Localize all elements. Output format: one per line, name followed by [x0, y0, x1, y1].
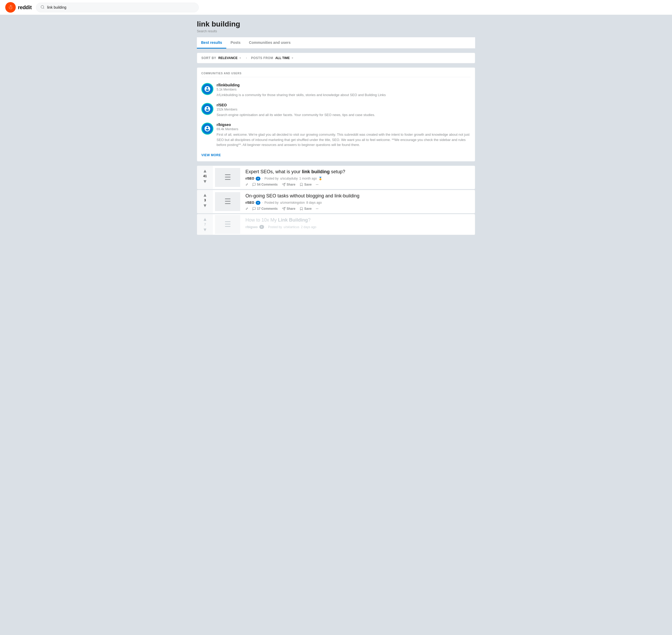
- post-votes-1: ▲ 41 ▼: [197, 166, 213, 189]
- page-subtitle: Search results: [197, 29, 475, 33]
- post-thumbnail-icon-1: ☰: [224, 173, 231, 182]
- community-info-seo: r/SEO 152k Members Search engine optimis…: [217, 103, 471, 117]
- svg-point-0: [41, 5, 44, 8]
- community-avatar-bigseo: [201, 123, 213, 135]
- comments-button-1[interactable]: 54 Comments: [252, 183, 278, 187]
- community-members-bigseo: 69.4k Members: [217, 127, 471, 131]
- community-desc-bigseo: First of all, welcome. We're glad you al…: [217, 132, 471, 148]
- post-meta-3: r/bigseo + · Posted by u/sklarticus 2 da…: [245, 225, 472, 229]
- post-author-1[interactable]: u/scubyduby: [280, 177, 298, 180]
- post-thumbnail-1: ☰: [215, 168, 240, 187]
- page-title: link building: [197, 20, 475, 28]
- comments-count-2: 17 Comments: [257, 207, 278, 211]
- search-input[interactable]: [47, 5, 194, 9]
- upvote-button-3[interactable]: ▲: [203, 217, 208, 222]
- community-name-linkbuilding[interactable]: r/linkbuilding: [217, 83, 471, 87]
- comments-button-2[interactable]: 17 Comments: [252, 207, 278, 211]
- logo[interactable]: ☃ reddit: [5, 2, 32, 13]
- post-thumbnail-icon-3: ☰: [224, 220, 231, 228]
- post-title-1[interactable]: Expert SEOs, what is your link building …: [245, 169, 472, 175]
- more-button-2[interactable]: ···: [316, 207, 319, 211]
- reddit-logo-circle: ☃: [5, 2, 16, 13]
- post-award-icon-1: 🏅: [319, 177, 322, 180]
- save-button-2[interactable]: Save: [300, 207, 311, 211]
- post-title-bold-3: Link Building: [278, 217, 308, 223]
- community-item-bigseo: r/bigseo 69.4k Members First of all, wel…: [201, 120, 471, 150]
- share-button-2[interactable]: Share: [282, 207, 295, 211]
- vote-count-1: 41: [203, 174, 207, 178]
- community-info-linkbuilding: r/linkbuilding 5.1k Members /r/Linkbuild…: [217, 83, 471, 97]
- post-title-before-1: Expert SEOs, what is your: [245, 169, 302, 174]
- save-button-1[interactable]: Save: [300, 183, 311, 187]
- downvote-button-1[interactable]: ▼: [203, 179, 208, 184]
- post-title-after-1: setup?: [330, 169, 345, 174]
- community-members-linkbuilding: 5.1k Members: [217, 88, 471, 91]
- posts-from-button[interactable]: ALL TIME: [275, 56, 294, 60]
- post-subreddit-1[interactable]: r/SEO: [245, 177, 254, 180]
- community-desc-seo: Search engine optimisation and all its w…: [217, 112, 471, 117]
- expand-button-1[interactable]: ⤢: [245, 183, 248, 187]
- sort-relevance-button[interactable]: RELEVANCE: [218, 56, 242, 60]
- svg-line-1: [43, 8, 44, 9]
- share-button-1[interactable]: Share: [282, 183, 295, 187]
- search-icon: [40, 5, 45, 10]
- join-badge-2[interactable]: +: [256, 201, 260, 205]
- post-card-3: ▲ 7 ▼ ☰ How to 10x My Link Building? r/b…: [197, 214, 475, 235]
- post-title-after-3: ?: [308, 217, 310, 223]
- page-content: link building Search results Best result…: [192, 15, 480, 240]
- post-meta-2: r/SEO + · Posted by u/cmorriskingston 8 …: [245, 201, 472, 205]
- post-title-3[interactable]: How to 10x My Link Building?: [245, 217, 472, 223]
- post-card-2: ▲ 3 ▼ ☰ On-going SEO tasks without blogg…: [197, 190, 475, 214]
- post-votes-3: ▲ 7 ▼: [197, 214, 213, 235]
- community-info-bigseo: r/bigseo 69.4k Members First of all, wel…: [217, 123, 471, 148]
- post-content-2: On-going SEO tasks without blogging and …: [242, 190, 475, 213]
- post-actions-1: ⤢ 54 Comments Share Save ···: [245, 183, 472, 187]
- logo-text: reddit: [18, 4, 32, 10]
- post-subreddit-2[interactable]: r/SEO: [245, 201, 254, 204]
- post-title-bold-1: link building: [302, 169, 330, 174]
- more-button-1[interactable]: ···: [316, 183, 319, 187]
- post-by-2: Posted by: [265, 201, 279, 204]
- tab-best-results[interactable]: Best results: [197, 37, 226, 48]
- community-desc-linkbuilding: /r/Linkbuilding is a community for those…: [217, 92, 471, 97]
- post-content-3: How to 10x My Link Building? r/bigseo + …: [242, 214, 475, 235]
- post-time-1: 1 month ago: [299, 177, 317, 180]
- post-by-3: Posted by: [268, 225, 282, 229]
- communities-section-title: COMMUNITIES AND USERS: [201, 72, 471, 77]
- post-title-2[interactable]: On-going SEO tasks without blogging and …: [245, 193, 472, 199]
- post-author-3[interactable]: u/sklarticus: [283, 225, 299, 229]
- post-by-1: Posted by: [265, 177, 279, 180]
- post-thumbnail-3: ☰: [215, 215, 240, 234]
- post-separator-3: ·: [266, 225, 266, 229]
- search-bar[interactable]: [36, 3, 199, 12]
- community-name-bigseo[interactable]: r/bigseo: [217, 123, 471, 127]
- community-avatar-seo: [201, 103, 213, 115]
- downvote-button-2[interactable]: ▼: [203, 203, 208, 208]
- sort-divider: ·: [246, 56, 247, 60]
- main-area: SORT BY RELEVANCE · POSTS FROM ALL TIME …: [197, 48, 475, 240]
- expand-button-2[interactable]: ⤢: [245, 207, 248, 211]
- post-separator-1: ·: [262, 177, 263, 180]
- upvote-button-2[interactable]: ▲: [203, 193, 208, 197]
- join-badge-1[interactable]: +: [256, 177, 260, 181]
- tab-posts[interactable]: Posts: [226, 37, 245, 48]
- join-badge-3[interactable]: +: [259, 225, 264, 229]
- sort-by-label: SORT BY: [201, 56, 216, 60]
- post-votes-2: ▲ 3 ▼: [197, 190, 213, 213]
- post-subreddit-3[interactable]: r/bigseo: [245, 225, 258, 229]
- community-name-seo[interactable]: r/SEO: [217, 103, 471, 107]
- post-thumbnail-icon-2: ☰: [224, 197, 231, 206]
- post-title-before-3: How to 10x My: [245, 217, 278, 223]
- tab-communities-users[interactable]: Communities and users: [245, 37, 295, 48]
- upvote-button-1[interactable]: ▲: [203, 169, 208, 173]
- view-more-link[interactable]: VIEW MORE: [201, 153, 221, 157]
- post-author-2[interactable]: u/cmorriskingston: [280, 201, 305, 204]
- post-card-1: ▲ 41 ▼ ☰ Expert SEOs, what is your link …: [197, 166, 475, 189]
- downvote-button-3[interactable]: ▼: [203, 227, 208, 232]
- post-separator-2: ·: [262, 201, 263, 204]
- community-avatar-linkbuilding: [201, 83, 213, 95]
- communities-card: COMMUNITIES AND USERS r/linkbuilding 5.1…: [197, 67, 475, 161]
- vote-count-3: 7: [204, 223, 206, 226]
- post-actions-2: ⤢ 17 Comments Share Save ···: [245, 207, 472, 211]
- header-search-row: ☃ reddit: [0, 0, 672, 15]
